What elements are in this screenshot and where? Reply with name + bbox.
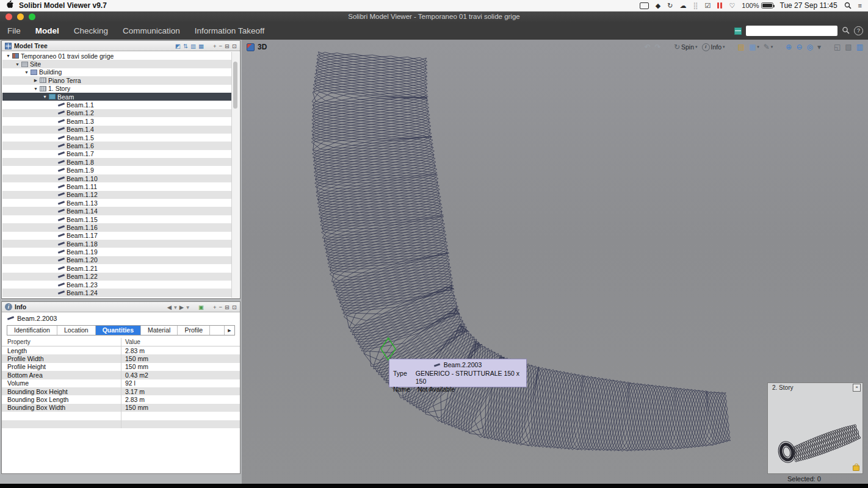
- menu-model[interactable]: Model: [35, 26, 59, 35]
- search-input[interactable]: [746, 26, 837, 36]
- history-back-icon[interactable]: ◀: [167, 304, 172, 310]
- menu-communication[interactable]: Communication: [123, 26, 180, 35]
- property-row[interactable]: Bounding Box Length2.83 m: [2, 395, 240, 403]
- layout-toggle-icon[interactable]: [734, 27, 742, 35]
- collapse-arrow-icon[interactable]: ▼: [32, 87, 39, 91]
- report-icon[interactable]: ▣: [198, 304, 204, 310]
- property-row[interactable]: Bounding Box Height3.17 m: [2, 387, 240, 395]
- checkbox-icon[interactable]: ☑: [705, 2, 711, 9]
- tree-row-beam-1-8[interactable]: Beam.1.8: [2, 158, 232, 166]
- tabs-overflow-button[interactable]: ▶: [224, 326, 234, 335]
- menu-list-icon[interactable]: ≡: [858, 2, 862, 9]
- info-tool-icon[interactable]: iInfo▾: [702, 43, 725, 51]
- history-forward-icon[interactable]: ▶: [179, 304, 184, 310]
- tree-row-beam-1-6[interactable]: Beam.1.6: [2, 142, 232, 149]
- tree-row-beam-1-3[interactable]: Beam.1.3: [2, 117, 232, 125]
- maximize-panel-icon[interactable]: ⊡: [232, 304, 237, 310]
- property-row[interactable]: Length2.83 m: [2, 346, 240, 354]
- property-row[interactable]: Bottom Area0.43 m2: [2, 371, 240, 379]
- tree-row-beam-1-4[interactable]: Beam.1.4: [2, 126, 232, 134]
- model-tree-scrollbar[interactable]: [231, 52, 239, 298]
- collapse-arrow-icon[interactable]: ▼: [5, 54, 12, 58]
- property-row[interactable]: Volume92 l: [2, 379, 240, 387]
- highlight-selection-icon[interactable]: ◩: [175, 43, 181, 49]
- apple-menu-icon[interactable]: [6, 0, 13, 11]
- tree-grouping-icon[interactable]: ▦: [198, 43, 204, 49]
- collapse-arrow-icon[interactable]: ▼: [23, 70, 30, 74]
- lock-icon[interactable]: [853, 465, 859, 471]
- display-icon[interactable]: [640, 2, 649, 9]
- expand-all-icon[interactable]: +: [213, 43, 217, 49]
- collapse-all-icon[interactable]: −: [219, 43, 223, 49]
- tab-location[interactable]: Location: [57, 326, 96, 335]
- tree-row-beam-1-13[interactable]: Beam.1.13: [2, 199, 232, 207]
- tree-row-building[interactable]: ▼Building: [2, 68, 232, 76]
- tree-row-beam-1-18[interactable]: Beam.1.18: [2, 240, 232, 248]
- dropbox-icon[interactable]: ◆: [656, 2, 660, 9]
- new-issue-icon[interactable]: ▤: [738, 43, 745, 51]
- story-overlay-header[interactable]: 2. Story ×: [768, 383, 863, 392]
- tree-row-beam-1-20[interactable]: Beam.1.20: [2, 256, 232, 264]
- tree-row-beam-1-17[interactable]: Beam.1.17: [2, 232, 232, 240]
- minimize-panel-icon[interactable]: ⊟: [225, 304, 230, 310]
- battery-icon[interactable]: 100%: [742, 2, 773, 9]
- pause-icon[interactable]: [717, 2, 722, 9]
- tree-row-beam-1-11[interactable]: Beam.1.11: [2, 182, 232, 190]
- tree-row-beam-1-9[interactable]: Beam.1.9: [2, 166, 232, 174]
- tree-row-1-story[interactable]: ▼1. Story: [2, 85, 232, 93]
- property-row[interactable]: Profile Width150 mm: [2, 354, 240, 362]
- tab-profile[interactable]: Profile: [178, 326, 210, 335]
- tree-row-beam-1-14[interactable]: Beam.1.14: [2, 207, 232, 215]
- undo-icon[interactable]: ↶: [645, 43, 651, 51]
- help-icon[interactable]: ?: [854, 26, 863, 35]
- collapse-arrow-icon[interactable]: ▼: [42, 95, 48, 99]
- zoom-fit-icon[interactable]: ◎: [806, 43, 812, 51]
- tree-row-beam-1-25[interactable]: Beam.1.25: [2, 297, 232, 298]
- tree-row-beam-1-19[interactable]: Beam.1.19: [2, 248, 232, 256]
- tree-row-beam-1-12[interactable]: Beam.1.12: [2, 191, 232, 199]
- spotlight-icon[interactable]: [844, 2, 852, 9]
- tree-row-beam-1-22[interactable]: Beam.1.22: [2, 273, 232, 281]
- clip-plane-icon[interactable]: ◱: [834, 43, 841, 51]
- collapse-all-icon[interactable]: −: [219, 304, 223, 310]
- property-row[interactable]: [2, 420, 240, 428]
- spin-icon[interactable]: ↻Spin▾: [674, 43, 698, 51]
- property-row[interactable]: [2, 412, 240, 420]
- clock-icon[interactable]: Tue 27 Sep 11:45: [780, 1, 837, 10]
- tree-row-beam-1-2[interactable]: Beam.1.2: [2, 109, 232, 117]
- tree-row-beam-1-5[interactable]: Beam.1.5: [2, 134, 232, 142]
- tree-row-piano-terra[interactable]: ▶Piano Terra: [2, 76, 232, 84]
- property-row[interactable]: Profile Height150 mm: [2, 363, 240, 371]
- menubar-app-name[interactable]: Solibri Model Viewer v9.7: [19, 1, 107, 10]
- close-overlay-icon[interactable]: ×: [853, 384, 861, 392]
- minimize-panel-icon[interactable]: ⊟: [225, 43, 230, 49]
- cloud-icon[interactable]: ☁: [680, 2, 687, 9]
- tree-row-beam-1-15[interactable]: Beam.1.15: [2, 215, 232, 223]
- expand-all-icon[interactable]: +: [213, 304, 217, 310]
- collapse-arrow-icon[interactable]: ▼: [14, 62, 21, 66]
- tree-row-beam-1-7[interactable]: Beam.1.7: [2, 150, 232, 158]
- maximize-panel-icon[interactable]: ⊡: [232, 43, 237, 49]
- keyboard-grid-icon[interactable]: ⣿: [693, 2, 698, 9]
- property-row[interactable]: Bounding Box Width150 mm: [2, 404, 240, 412]
- 3d-viewport[interactable]: 3D ↶↷↻Spin▾iInfo▾▤▦▾✎▾⊕⊖◎▾◱▧▥ Beam.2.200…: [242, 40, 868, 484]
- tab-quantities[interactable]: Quantities: [96, 326, 141, 335]
- zoom-in-icon[interactable]: ⊕: [786, 43, 792, 51]
- zoom-menu-icon[interactable]: ▾: [817, 43, 821, 51]
- model-grid-icon[interactable]: ▧: [845, 43, 852, 51]
- tree-row-beam-1-16[interactable]: Beam.1.16: [2, 223, 232, 231]
- presentation-icon[interactable]: ▦▾: [749, 43, 759, 51]
- find-icon[interactable]: [842, 26, 850, 37]
- tree-row-site[interactable]: ▼Site: [2, 60, 232, 68]
- tab-material[interactable]: Material: [141, 326, 178, 335]
- menu-information-takeoff[interactable]: Information Takeoff: [195, 26, 264, 35]
- tree-row-beam-1-1[interactable]: Beam.1.1: [2, 101, 232, 109]
- sort-tree-icon[interactable]: ⇅: [183, 43, 188, 49]
- zoom-out-icon[interactable]: ⊖: [796, 43, 802, 51]
- expand-arrow-icon[interactable]: ▶: [32, 78, 39, 83]
- tree-columns-icon[interactable]: ▥: [190, 43, 196, 49]
- component-list-icon[interactable]: ▥: [856, 43, 863, 51]
- menu-file[interactable]: File: [7, 26, 21, 35]
- tree-row-beam-1-24[interactable]: Beam.1.24: [2, 289, 232, 296]
- redo-icon[interactable]: ↷: [655, 43, 661, 51]
